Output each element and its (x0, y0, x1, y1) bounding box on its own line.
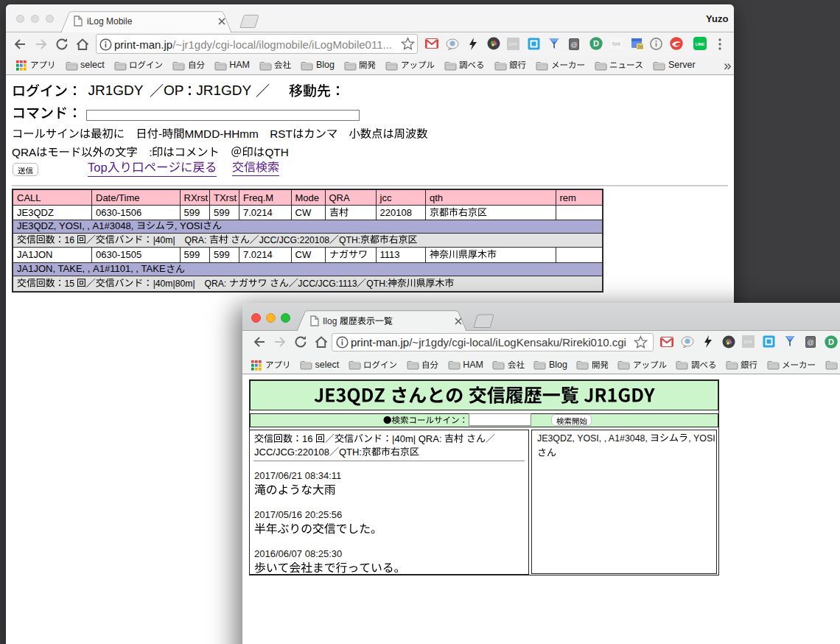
svg-text:EXIF: EXIF (509, 42, 517, 46)
svg-text:@: @ (570, 41, 577, 49)
svg-text:LINE: LINE (696, 42, 705, 46)
svg-text:D: D (828, 337, 834, 346)
svg-text:D: D (593, 39, 599, 48)
svg-text:EXIF: EXIF (744, 340, 752, 344)
svg-text:font: font (612, 41, 620, 46)
svg-text:2d: 2d (637, 44, 643, 49)
svg-text:@: @ (807, 339, 813, 346)
